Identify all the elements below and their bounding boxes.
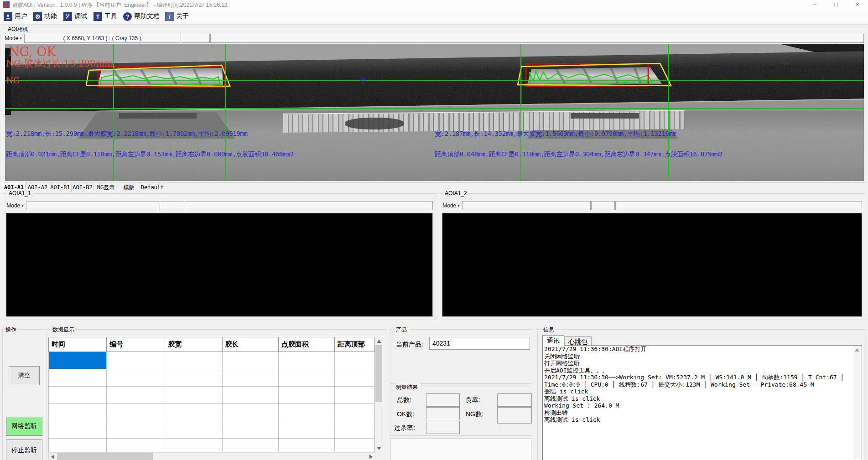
- ng-reason-text: NG:胶体过长:15.290mm,: [6, 57, 116, 70]
- tab-aoi-b2[interactable]: AOI-B2: [71, 183, 94, 192]
- log-area[interactable]: 2021/7/29 11:36:30:AOI程序打开 关闭网络监听 打开网络监听…: [542, 345, 862, 460]
- log-line: Working Set : 264.0 M: [543, 402, 862, 409]
- log-line: 2021/7/29 11:36:30:AOI程序打开: [543, 346, 862, 353]
- aoi-view-2-group: AOIA1_2 Mode: [439, 193, 865, 320]
- operation-group: 操作 清空 网络监听 停止监听: [2, 329, 45, 460]
- camera-group-label: AOI相机: [6, 26, 30, 33]
- pad-left: [119, 113, 197, 119]
- measure-vline-4: [668, 44, 669, 181]
- wrench-icon: [63, 12, 72, 21]
- log-scroll-up-icon[interactable]: [855, 348, 859, 351]
- aoi-view-1-field-3: [185, 201, 433, 210]
- product-group-label: 产品: [394, 326, 409, 334]
- status-text: NG, OK: [9, 45, 56, 59]
- col-header-time[interactable]: 时间: [49, 337, 107, 352]
- window-title: 点胶AOI [ Version : 1.0.0.9 ] 程序 【当前用户: En…: [12, 1, 228, 9]
- table-hscrollbar[interactable]: [48, 452, 375, 460]
- table-row[interactable]: [49, 387, 374, 404]
- aoi-view-2-label: AOIA1_2: [443, 190, 469, 196]
- inspection-roi-right: [515, 61, 676, 93]
- table-vscrollbar[interactable]: [374, 337, 383, 453]
- col-header-area[interactable]: 点胶面积: [278, 337, 334, 352]
- log-line: 关闭网络监听: [543, 353, 862, 360]
- aoi-view-2-mode-dropdown[interactable]: Mode: [442, 201, 460, 210]
- camera-image[interactable]: NG, OK NG:胶体过长:15.290mm, NG OK 宽:2.218mm…: [5, 44, 864, 181]
- current-product-label: 当前产品:: [396, 341, 423, 349]
- camera-pixel-info-field: ( X 6568, Y 1463 ) : ( Gray 135 ): [24, 34, 180, 43]
- aoi-view-2-image[interactable]: [442, 213, 862, 317]
- product-group: 产品 当前产品: 40231: [390, 329, 532, 384]
- total-field: [426, 393, 460, 407]
- aoi-view-2-field-3: [615, 201, 862, 210]
- tab-heartbeat[interactable]: 心跳包: [564, 336, 592, 346]
- table-row[interactable]: [49, 404, 374, 421]
- menu-item-function[interactable]: ⚙ 功能: [33, 11, 57, 21]
- scroll-left-icon[interactable]: [51, 455, 54, 459]
- log-line: 登陆 is click: [543, 388, 862, 395]
- aoi-view-1-image[interactable]: [6, 213, 433, 317]
- selected-cell[interactable]: [49, 352, 107, 369]
- table-hscroll-thumb[interactable]: [57, 453, 153, 460]
- aoi-view-1-mode-dropdown[interactable]: Mode: [6, 201, 24, 210]
- menu-item-tools[interactable]: T 工具: [94, 11, 117, 21]
- tab-template[interactable]: 模版: [118, 183, 140, 192]
- clear-button[interactable]: 清空: [9, 366, 40, 385]
- scroll-right-icon[interactable]: [369, 455, 373, 459]
- right-stats-line2: 距离顶部0.048mm,距离CF层0.110mm,距离左边界0.304mm,距离…: [435, 150, 722, 159]
- results-group-label: 测量结果: [394, 383, 420, 391]
- stop-listen-button[interactable]: 停止监听: [6, 439, 42, 460]
- results-extra-panel: [390, 439, 531, 460]
- maximize-button[interactable]: □: [826, 0, 847, 9]
- aoi-view-2-field-2: [591, 201, 615, 210]
- left-stats-line2: 距离顶部0.021mm,距离CF层0.110mm,距离左边界0.153mm,距离…: [6, 150, 294, 159]
- menu-item-help[interactable]: ? 帮助文档: [123, 11, 160, 21]
- ng-count-label: NG数:: [466, 410, 483, 419]
- scroll-up-icon[interactable]: [377, 340, 381, 343]
- ok-count-field: [426, 407, 460, 420]
- col-header-id[interactable]: 编号: [107, 337, 165, 352]
- info-icon: i: [165, 12, 174, 21]
- tab-comm[interactable]: 通讯: [542, 335, 564, 346]
- menu-item-about[interactable]: i 关于: [165, 11, 189, 21]
- operation-group-label: 操作: [4, 326, 18, 334]
- table-row[interactable]: [49, 352, 374, 369]
- col-header-length[interactable]: 胶长: [222, 337, 278, 352]
- table-header-row: 时间 编号 胶宽 胶长 点胶面积 距离顶部: [49, 337, 374, 352]
- scroll-down-icon[interactable]: [377, 447, 381, 450]
- col-header-topdist[interactable]: 距离顶部: [334, 337, 374, 352]
- log-line: Time:0:0:9 │ CPU:0 │ 线程数:67 │ 提交大小:123M …: [543, 381, 862, 388]
- aoi-view-1-label: AOIA1_1: [7, 190, 33, 196]
- left-stats-line1: 宽:2.218mm,长:15.290mm,最大胶宽:2.2218mm,最小:1.…: [6, 130, 247, 138]
- log-scrollbar[interactable]: [853, 346, 861, 459]
- title-bar: 点胶AOI [ Version : 1.0.0.9 ] 程序 【当前用户: En…: [0, 0, 868, 9]
- table-vscroll-thumb[interactable]: [375, 345, 382, 402]
- table-row[interactable]: [49, 369, 374, 387]
- camera-aux-field-2: [210, 34, 864, 43]
- log-line: 2021/7/29 11:36:30——>Working Set: VM:523…: [543, 374, 862, 381]
- col-header-width[interactable]: 胶宽: [165, 337, 222, 352]
- info-group: 信息 通讯 心跳包 2021/7/29 11:36:30:AOI程序打开 关闭网…: [537, 329, 867, 460]
- aoi-view-1-field-1: [26, 201, 159, 210]
- menu-item-debug[interactable]: 调试: [63, 11, 87, 21]
- right-stats-line1: 宽:2.187mm,长:14.352mm,最大胶宽:1.5663mm,最小:0.…: [435, 130, 676, 138]
- camera-mode-dropdown[interactable]: Mode: [4, 34, 22, 43]
- minimize-button[interactable]: –: [804, 0, 825, 9]
- measure-hline-bottom: [5, 108, 864, 109]
- table-row[interactable]: [49, 421, 374, 439]
- menu-item-user[interactable]: 用户: [4, 11, 27, 21]
- tab-default[interactable]: Default: [140, 183, 165, 192]
- measure-vline-3: [520, 44, 521, 181]
- measure-hline-top: [5, 80, 864, 81]
- aoi-view-1-group: AOIA1_1 Mode: [3, 193, 436, 320]
- menubar: 用户 ⚙ 功能 调试 T 工具 ? 帮助文档 i 关于: [0, 9, 868, 25]
- aoi-view-2-field-1: [462, 201, 591, 210]
- tab-ng-display[interactable]: NG显示: [94, 183, 118, 192]
- close-button[interactable]: ×: [847, 0, 868, 9]
- overkill-label: 过杀率:: [394, 424, 415, 432]
- network-listen-button[interactable]: 网络监听: [6, 417, 42, 436]
- user-icon: [4, 12, 12, 21]
- log-line: 开启AOI监控工具。。。: [543, 367, 862, 374]
- tab-aoi-b1[interactable]: AOI-B1: [49, 183, 72, 192]
- current-product-input[interactable]: 40231: [429, 337, 530, 350]
- log-line: 检测出错: [543, 409, 862, 417]
